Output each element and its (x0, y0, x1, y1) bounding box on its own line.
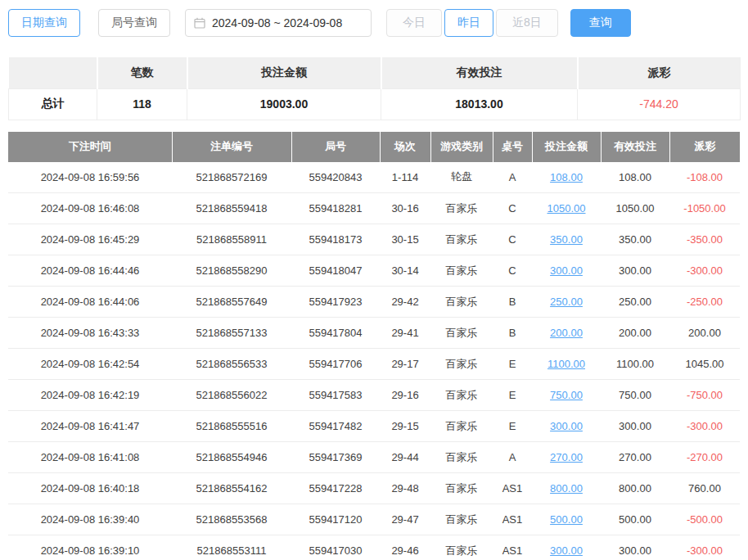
payout-cell: -300.00 (669, 411, 740, 442)
bet-time-cell: 2024-09-08 16:42:54 (8, 349, 172, 380)
bet-amount-link[interactable]: 300.00 (532, 255, 601, 287)
bet-time-cell: 2024-09-08 16:44:46 (8, 255, 172, 287)
summary-header-count: 笔数 (97, 57, 187, 88)
bet-id-cell: 521868556533 (172, 349, 291, 380)
round-id-cell: 559418281 (291, 193, 380, 224)
session-cell: 29-17 (380, 349, 430, 380)
game-type-cell: 百家乐 (430, 287, 493, 318)
session-cell: 30-15 (380, 224, 430, 255)
valid-bet-cell: 1050.00 (601, 193, 669, 224)
payout-cell: -270.00 (669, 442, 740, 473)
bet-time-cell: 2024-09-08 16:39:10 (8, 535, 172, 560)
table-no-cell: E (493, 411, 532, 442)
round-id-cell: 559417706 (291, 349, 380, 380)
game-type-cell: 百家乐 (430, 473, 493, 504)
table-no-cell: AS1 (493, 473, 532, 504)
bet-id-cell: 521868572169 (172, 162, 291, 193)
valid-bet-cell: 108.00 (601, 162, 669, 193)
bet-id-cell: 521868553568 (172, 504, 291, 535)
table-no-cell: C (493, 255, 532, 287)
header-payout: 派彩 (669, 132, 740, 162)
bet-id-cell: 521868554162 (172, 473, 291, 504)
payout-cell: -500.00 (669, 504, 740, 535)
valid-bet-cell: 800.00 (601, 473, 669, 504)
summary-bet-amount-value: 19003.00 (187, 88, 381, 120)
bet-amount-link[interactable]: 200.00 (532, 318, 601, 349)
bet-amount-link[interactable]: 750.00 (532, 380, 601, 411)
bet-time-cell: 2024-09-08 16:45:29 (8, 224, 172, 255)
payout-cell: -300.00 (669, 535, 740, 560)
summary-header-bet-amount: 投注金额 (187, 57, 381, 88)
bet-amount-link[interactable]: 270.00 (532, 442, 601, 473)
round-id-cell: 559417030 (291, 535, 380, 560)
table-no-cell: B (493, 287, 532, 318)
header-bet-time: 下注时间 (8, 132, 172, 162)
payout-cell: -350.00 (669, 224, 740, 255)
payout-cell: 1045.00 (669, 349, 740, 380)
table-row: 2024-09-08 16:40:18521868554162559417228… (8, 473, 740, 504)
payout-cell: 200.00 (669, 318, 740, 349)
round-id-cell: 559420843 (291, 162, 380, 193)
valid-bet-cell: 300.00 (601, 535, 669, 560)
bet-amount-link[interactable]: 500.00 (532, 504, 601, 535)
search-button[interactable]: 查询 (570, 9, 631, 37)
round-id-cell: 559417804 (291, 318, 380, 349)
bet-amount-link[interactable]: 1050.00 (532, 193, 601, 224)
header-bet-amount: 投注金额 (532, 132, 601, 162)
table-row: 2024-09-08 16:44:06521868557649559417923… (8, 287, 740, 318)
round-id-cell: 559417120 (291, 504, 380, 535)
table-row: 2024-09-08 16:44:46521868558290559418047… (8, 255, 740, 287)
session-cell: 29-15 (380, 411, 430, 442)
valid-bet-cell: 350.00 (601, 224, 669, 255)
date-query-tab[interactable]: 日期查询 (8, 9, 80, 37)
bet-time-cell: 2024-09-08 16:44:06 (8, 287, 172, 318)
round-id-cell: 559418047 (291, 255, 380, 287)
last-8-days-button[interactable]: 近8日 (496, 9, 558, 37)
payout-cell: -108.00 (669, 162, 740, 193)
round-query-tab[interactable]: 局号查询 (98, 9, 170, 37)
calendar-icon (194, 17, 205, 29)
bet-time-cell: 2024-09-08 16:46:08 (8, 193, 172, 224)
bet-amount-link[interactable]: 108.00 (532, 162, 601, 193)
date-range-input[interactable]: 2024-09-08 ~ 2024-09-08 (185, 9, 372, 37)
round-id-cell: 559417482 (291, 411, 380, 442)
query-toolbar: 日期查询 局号查询 2024-09-08 ~ 2024-09-08 今日 昨日 … (8, 8, 740, 38)
summary-header-payout: 派彩 (578, 57, 741, 88)
bet-amount-link[interactable]: 300.00 (532, 411, 601, 442)
header-table-no: 桌号 (493, 132, 532, 162)
game-type-cell: 百家乐 (430, 193, 493, 224)
bet-records-table: 下注时间 注单编号 局号 场次 游戏类别 桌号 投注金额 有效投注 派彩 202… (8, 132, 740, 560)
bet-amount-link[interactable]: 350.00 (532, 224, 601, 255)
header-valid-bet: 有效投注 (601, 132, 669, 162)
summary-total-label: 总计 (9, 88, 97, 120)
yesterday-button[interactable]: 昨日 (444, 9, 493, 37)
bet-amount-link[interactable]: 300.00 (532, 535, 601, 560)
payout-cell: -1050.00 (669, 193, 740, 224)
bet-amount-link[interactable]: 1100.00 (532, 349, 601, 380)
bet-id-cell: 521868557649 (172, 287, 291, 318)
betting-records-page: 日期查询 局号查询 2024-09-08 ~ 2024-09-08 今日 昨日 … (0, 0, 748, 560)
round-id-cell: 559418173 (291, 224, 380, 255)
summary-count-value: 118 (97, 88, 187, 120)
payout-cell: -750.00 (669, 380, 740, 411)
summary-total-row: 总计 118 19003.00 18013.00 -744.20 (9, 88, 741, 120)
session-cell: 29-44 (380, 442, 430, 473)
table-row: 2024-09-08 16:43:33521868557133559417804… (8, 318, 740, 349)
bet-time-cell: 2024-09-08 16:42:19 (8, 380, 172, 411)
table-row: 2024-09-08 16:46:08521868559418559418281… (8, 193, 740, 224)
bet-amount-link[interactable]: 800.00 (532, 473, 601, 504)
valid-bet-cell: 250.00 (601, 287, 669, 318)
table-no-cell: AS1 (493, 504, 532, 535)
table-row: 2024-09-08 16:39:10521868553111559417030… (8, 535, 740, 560)
game-type-cell: 百家乐 (430, 380, 493, 411)
table-no-cell: B (493, 318, 532, 349)
today-button[interactable]: 今日 (386, 9, 442, 37)
bet-time-cell: 2024-09-08 16:59:56 (8, 162, 172, 193)
table-no-cell: A (493, 442, 532, 473)
bet-id-cell: 521868559418 (172, 193, 291, 224)
session-cell: 29-48 (380, 473, 430, 504)
payout-cell: 760.00 (669, 473, 740, 504)
bet-amount-link[interactable]: 250.00 (532, 287, 601, 318)
valid-bet-cell: 750.00 (601, 380, 669, 411)
table-no-cell: C (493, 193, 532, 224)
